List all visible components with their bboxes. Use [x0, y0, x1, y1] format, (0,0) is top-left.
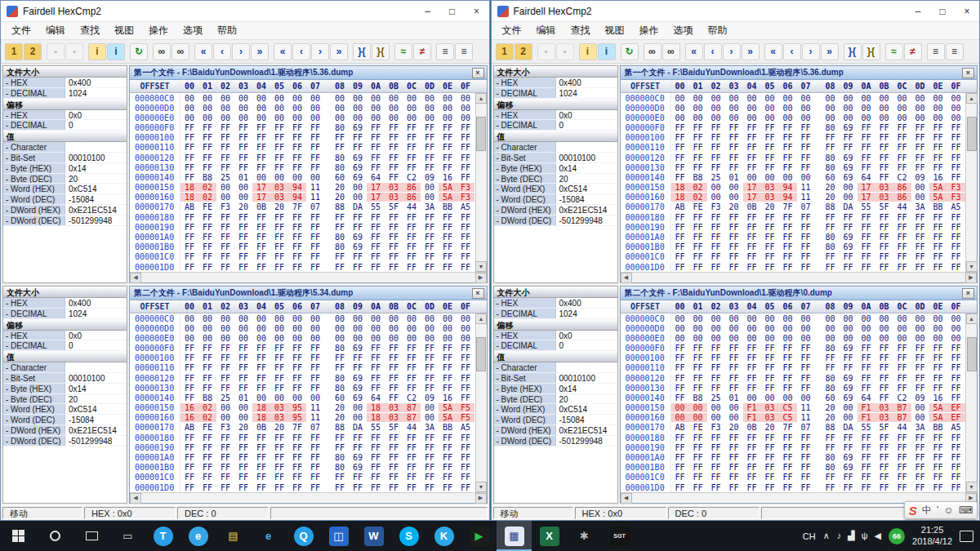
hex-byte[interactable]: FF	[367, 213, 385, 222]
hex-byte[interactable]: FF	[216, 374, 234, 383]
hex-byte[interactable]: FF	[929, 223, 947, 232]
hex-byte[interactable]: FF	[234, 153, 252, 162]
horizontal-scrollbar[interactable]: ◀ ▶	[130, 272, 487, 282]
hex-byte[interactable]: 00	[707, 413, 725, 422]
sidebar-row[interactable]: - HEX0x0	[3, 110, 127, 121]
hex-byte[interactable]: 55	[858, 202, 875, 211]
hex-byte[interactable]: FF	[306, 213, 324, 222]
hex-byte[interactable]: FF	[761, 242, 779, 251]
hex-byte[interactable]: FF	[385, 123, 403, 132]
hex-byte[interactable]: FF	[875, 363, 893, 372]
hex-byte[interactable]: FF	[349, 473, 367, 482]
hex-byte[interactable]: 20	[822, 193, 840, 202]
hex-byte[interactable]: 03	[385, 183, 403, 192]
hex-byte[interactable]: FF	[858, 163, 875, 172]
battery-level-badge[interactable]: 66	[889, 528, 905, 544]
cortana-search-button[interactable]	[37, 521, 74, 551]
hex-byte[interactable]: 00	[270, 104, 288, 113]
hex-byte[interactable]: FF	[947, 483, 965, 492]
sidebar-row[interactable]: - Character	[494, 362, 617, 373]
hex-byte[interactable]: 69	[840, 463, 858, 472]
goto-offset-button[interactable]: }{	[844, 43, 862, 60]
maximize-button[interactable]: □	[440, 1, 465, 21]
hex-byte[interactable]: 80	[331, 463, 349, 472]
hex-byte[interactable]: 00	[797, 173, 815, 182]
scroll-down-icon[interactable]: ▼	[966, 261, 978, 272]
hex-byte[interactable]: FF	[797, 473, 815, 482]
hex-byte[interactable]: 00	[180, 334, 198, 343]
hex-byte[interactable]: 07	[797, 202, 815, 211]
hex-byte[interactable]: FF	[875, 473, 893, 482]
hex-byte[interactable]: 00	[797, 314, 815, 323]
hex-byte[interactable]: FF	[198, 163, 216, 172]
hex-byte[interactable]: 00	[252, 94, 270, 103]
prev-diff-button[interactable]: ‹	[213, 43, 231, 60]
minimize-button[interactable]: –	[416, 1, 440, 21]
hex-byte[interactable]: 00	[725, 324, 743, 333]
hex-byte[interactable]: 00	[270, 94, 288, 103]
hex-byte[interactable]: FF	[725, 374, 743, 383]
hex-byte[interactable]: FF	[252, 473, 270, 482]
hex-byte[interactable]: 00	[367, 104, 385, 113]
hex-byte[interactable]: 00	[306, 113, 324, 122]
hex-byte[interactable]: FF	[911, 443, 929, 452]
hex-byte[interactable]: B7	[893, 413, 911, 422]
scroll-down-icon[interactable]: ▼	[475, 482, 487, 492]
hex-byte[interactable]: FF	[234, 344, 252, 353]
hex-byte[interactable]: 17	[858, 193, 875, 202]
hex-byte[interactable]: FF	[947, 213, 965, 222]
hex-byte[interactable]: FF	[875, 143, 893, 152]
hex-byte[interactable]: FF	[180, 433, 198, 442]
hex-byte[interactable]: 17	[252, 183, 270, 192]
hex-byte[interactable]: 00	[689, 94, 707, 103]
hex-byte[interactable]: FF	[743, 263, 761, 272]
hex-byte[interactable]: 00	[840, 193, 858, 202]
hex-byte[interactable]: 11	[797, 413, 815, 422]
hex-byte[interactable]: FF	[743, 384, 761, 393]
hex-byte[interactable]: FF	[797, 242, 815, 251]
sidebar-group-header[interactable]: 值	[494, 351, 617, 362]
hex-byte[interactable]: FF	[270, 143, 288, 152]
hex-byte[interactable]: 00	[349, 314, 367, 323]
hex-byte[interactable]: 5F	[385, 423, 403, 432]
menu-item-5[interactable]: 选项	[666, 22, 701, 39]
hex-byte[interactable]: FF	[840, 483, 858, 492]
hex-byte[interactable]: 00	[929, 104, 947, 113]
hex-byte[interactable]: FF	[725, 443, 743, 452]
hex-byte[interactable]: 00	[725, 403, 743, 412]
hex-byte[interactable]: 80	[331, 374, 349, 383]
sidebar-row[interactable]: - DECIMAL1024	[3, 309, 127, 319]
hex-byte[interactable]: 00	[421, 413, 439, 422]
hex-byte[interactable]: 02	[198, 403, 216, 412]
taskbar-app-word[interactable]: W	[356, 521, 391, 551]
hex-byte[interactable]: 00	[288, 94, 306, 103]
hex-byte[interactable]: FF	[234, 133, 252, 142]
hex-byte[interactable]: FF	[822, 263, 840, 272]
hex-byte[interactable]: FF	[457, 143, 474, 152]
find-button[interactable]: ∞	[644, 43, 662, 60]
hex-byte[interactable]: FF	[180, 443, 198, 452]
hex-byte[interactable]: FF	[216, 473, 234, 482]
hex-byte[interactable]: FF	[180, 242, 198, 251]
hex-byte[interactable]: FF	[367, 433, 385, 442]
hex-byte[interactable]: FF	[288, 263, 306, 272]
hex-byte[interactable]: FF	[385, 433, 403, 442]
hex-byte[interactable]: FF	[306, 363, 324, 372]
hex-byte[interactable]: FF	[725, 473, 743, 482]
hex-byte[interactable]: FF	[947, 252, 965, 261]
hex-byte[interactable]: FF	[331, 252, 349, 261]
hex-byte[interactable]: FF	[367, 443, 385, 452]
sidebar-row[interactable]: - Bit-Set00010100	[494, 373, 617, 384]
hex-byte[interactable]: 00	[947, 324, 965, 333]
hex-byte[interactable]: 00	[403, 104, 421, 113]
sidebar-row[interactable]: - HEX0x400	[3, 78, 127, 88]
hex-byte[interactable]: FF	[858, 263, 875, 272]
sidebar-row[interactable]: - Byte (HEX)0x14	[494, 384, 617, 394]
hex-byte[interactable]: FF	[707, 223, 725, 232]
hex-byte[interactable]: FF	[234, 252, 252, 261]
diff-list2-button[interactable]: ≡	[455, 43, 473, 60]
menu-item-2[interactable]: 查找	[564, 22, 598, 39]
hex-byte[interactable]: 00	[911, 113, 929, 122]
taskbar-app-qq[interactable]: Q	[286, 521, 321, 551]
hex-byte[interactable]: 20	[331, 403, 349, 412]
